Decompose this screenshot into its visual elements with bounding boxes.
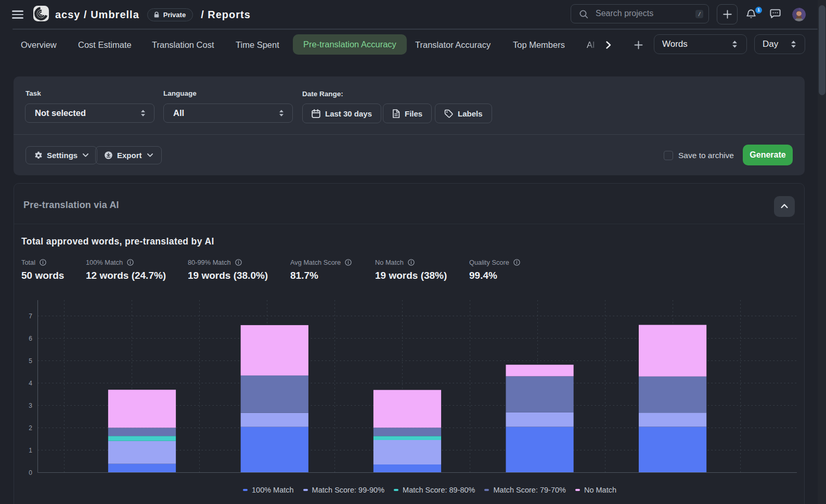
svg-text:6: 6 [29,335,32,342]
svg-text:3: 3 [29,402,32,409]
svg-text:1: 1 [29,447,32,454]
svg-text:2: 2 [29,424,32,432]
svg-text:5: 5 [29,357,32,365]
svg-text:0: 0 [29,469,32,476]
svg-text:4: 4 [29,380,32,387]
svg-text:7: 7 [29,313,32,320]
